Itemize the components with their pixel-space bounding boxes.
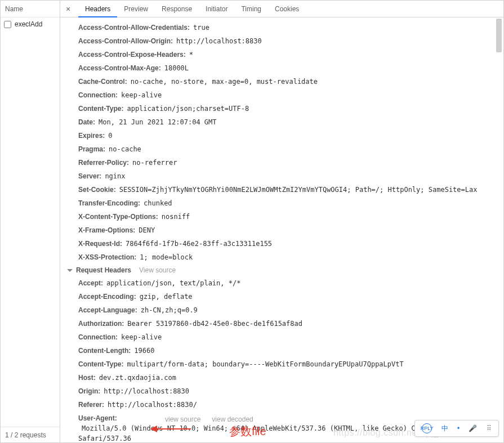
hdr-value: DENY (139, 225, 155, 235)
header-row: Origin:http://localhost:8830 (60, 384, 503, 398)
header-row: Date:Mon, 21 Jun 2021 12:07:04 GMT (60, 115, 503, 129)
header-row: Expires:0 (60, 129, 503, 142)
hdr-value: zh-CN,zh;q=0.9 (141, 305, 198, 315)
mic-icon[interactable]: 🎤 (469, 424, 477, 432)
header-row: Authorization:Bearer 53197860-db42-45e0-… (60, 317, 503, 330)
hdr-key: Accept-Language: (78, 305, 137, 315)
view-source-link[interactable]: view source (165, 415, 200, 423)
hdr-key: Set-Cookie: (78, 185, 116, 195)
hdr-value: multipart/form-data; boundary=----WebKit… (127, 359, 403, 369)
header-row: Access-Control-Expose-Headers:* (60, 48, 503, 61)
hdr-value: 0 (108, 131, 112, 141)
hdr-key: Access-Control-Expose-Headers: (78, 50, 186, 60)
request-detail: × Headers Preview Response Initiator Tim… (60, 1, 503, 442)
hdr-value: Bearer 53197860-db42-45e0-8bec-de1f615af… (127, 319, 302, 329)
hdr-key: X-XSS-Protection: (78, 252, 136, 262)
hdr-value: nosniff (162, 212, 190, 222)
header-row: Cache-Control:no-cache, no-store, max-ag… (60, 75, 503, 88)
close-icon[interactable]: × (64, 5, 73, 14)
header-row: X-XSS-Protection:1; mode=block (60, 250, 503, 264)
hdr-value: 18000L (164, 63, 189, 73)
hdr-key: Accept-Encoding: (78, 292, 136, 302)
hdr-key: User-Agent: (78, 413, 117, 423)
hdr-value: dev.zt.qxdaojia.com (99, 373, 176, 383)
header-row: Server:nginx (60, 169, 503, 183)
request-headers-section[interactable]: Request Headers View source (60, 264, 503, 276)
header-row: Content-Type:application/json;charset=UT… (60, 102, 503, 115)
tab-headers[interactable]: Headers (78, 1, 117, 17)
hdr-value: no-cache, no-store, max-age=0, must-reva… (131, 77, 318, 87)
chevron-down-icon (67, 269, 73, 272)
hdr-key: Content-Type: (78, 359, 123, 369)
header-row: Accept-Language:zh-CN,zh;q=0.9 (60, 303, 503, 317)
hdr-key: Server: (78, 171, 101, 181)
request-checkbox[interactable] (4, 21, 11, 28)
hdr-value: Mon, 21 Jun 2021 12:07:04 GMT (99, 117, 217, 127)
header-row: Accept:application/json, text/plain, */* (60, 276, 503, 290)
hdr-key: Referrer-Policy: (78, 158, 129, 168)
scrollbar-thumb[interactable] (496, 19, 502, 52)
hdr-value: http://localhost:8830 (104, 386, 189, 396)
grid-icon[interactable]: ⠿ (487, 424, 492, 432)
hdr-key: Origin: (78, 386, 100, 396)
scrollbar[interactable] (496, 19, 502, 441)
header-row: Access-Control-Allow-Origin:http://local… (60, 34, 503, 48)
header-row: X-Request-Id:7864f6fd-1f7b-46e2-83ff-a3c… (60, 237, 503, 250)
header-row: Connection:keep-alive (60, 88, 503, 102)
hdr-value: 7864f6fd-1f7b-46e2-83ff-a3c13311e155 (126, 239, 272, 249)
hdr-value: keep-alive (121, 90, 162, 100)
hdr-key: Accept: (78, 278, 103, 288)
hdr-key: Access-Control-Allow-Credentials: (78, 23, 190, 33)
header-row: Connection:keep-alive (60, 330, 503, 344)
tab-preview[interactable]: Preview (117, 1, 155, 17)
lang-toggle[interactable]: 中 (441, 424, 448, 433)
dot-icon[interactable]: • (457, 424, 460, 432)
replay-icon[interactable]: RPLY (422, 423, 432, 433)
view-source-link[interactable]: View source (139, 266, 176, 274)
header-row: Access-Control-Allow-Credentials:true (60, 21, 503, 34)
hdr-key: Pragma: (78, 144, 105, 154)
hdr-key: X-Frame-Options: (78, 225, 135, 235)
header-row: Referer:http://localhost:8830/ (60, 398, 503, 411)
hdr-value: no-cache (109, 144, 141, 154)
header-row: Referrer-Policy:no-referrer (60, 156, 503, 169)
tab-initiator[interactable]: Initiator (199, 1, 234, 17)
view-decoded-link[interactable]: view decoded (212, 415, 253, 423)
hdr-value: SESSION=ZjhjYTkyNmYtOGRhYi00NmE2LWJmOWMt… (119, 185, 478, 195)
hdr-key: Content-Length: (78, 346, 131, 356)
header-row: Access-Control-Max-Age:18000L (60, 61, 503, 75)
header-row: Content-Type:multipart/form-data; bounda… (60, 357, 503, 371)
hdr-value: gzip, deflate (140, 292, 193, 302)
hdr-key: X-Request-Id: (78, 239, 122, 249)
hdr-key: Connection: (78, 332, 118, 342)
hdr-key: Date: (78, 117, 95, 127)
header-row: Host:dev.zt.qxdaojia.com (60, 371, 503, 384)
hdr-key: Connection: (78, 90, 118, 100)
request-row[interactable]: execlAdd (1, 17, 60, 31)
hdr-value: application/json, text/plain, */* (106, 278, 240, 288)
hdr-key: Content-Type: (78, 104, 123, 114)
hdr-value: http://localhost:8830/ (108, 400, 197, 410)
tab-cookies[interactable]: Cookies (268, 1, 306, 17)
response-headers-list: Access-Control-Allow-Credentials:trueAcc… (60, 21, 503, 264)
hdr-key: Transfer-Encoding: (78, 198, 140, 208)
network-request-list: Name execlAdd 1 / 2 requests (1, 1, 60, 442)
hdr-value: 1; mode=block (140, 252, 193, 262)
tab-timing[interactable]: Timing (234, 1, 268, 17)
floating-toolbar: RPLY 中 • 🎤 ⠿ (414, 420, 499, 437)
column-header-name[interactable]: Name (1, 1, 60, 17)
hdr-key: Host: (78, 373, 96, 383)
hdr-value: keep-alive (121, 332, 162, 342)
header-row: X-Frame-Options:DENY (60, 223, 503, 237)
hdr-value: 19660 (134, 346, 154, 356)
request-name: execlAdd (15, 17, 42, 31)
detail-tabs: × Headers Preview Response Initiator Tim… (60, 1, 503, 17)
hdr-value: http://localhost:8830 (176, 36, 262, 46)
hdr-value: nginx (105, 171, 125, 181)
tab-response[interactable]: Response (155, 1, 199, 17)
annotation-text: 参数file (229, 424, 266, 439)
hdr-key: Cache-Control: (78, 77, 127, 87)
header-row: Pragma:no-cache (60, 142, 503, 156)
annotation-arrow (150, 426, 191, 432)
hdr-key: Access-Control-Max-Age: (78, 63, 161, 73)
